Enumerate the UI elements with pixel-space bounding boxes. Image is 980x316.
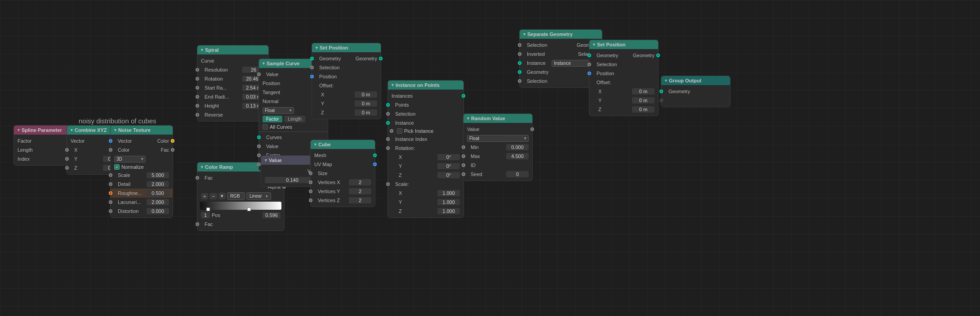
spiral-end-input[interactable] [196,95,199,99]
iop-rot-x-value[interactable]: 0° [437,154,460,160]
sample-curve-value-input[interactable] [257,72,261,76]
setpos1-z-value[interactable]: 0 m [355,109,377,116]
cube-uvmap-output[interactable] [373,163,377,166]
iop-pick-check[interactable] [397,128,402,134]
sample-curve-value2-input[interactable] [257,144,261,148]
combine-xyz-z-input[interactable] [65,166,69,170]
cube-vx-value[interactable]: 2 [349,179,371,185]
iop-rot-z-value[interactable]: 0° [437,172,460,178]
setpos2-sel-input[interactable] [588,63,591,66]
spiral-start-input[interactable] [196,86,199,90]
color-ramp-fac-input[interactable] [196,176,199,180]
sepgeo-inv-input[interactable] [518,52,521,56]
color-ramp-remove-btn[interactable]: − [209,193,217,199]
sample-curve-float-select[interactable]: Float ▾ [263,107,294,114]
cube-size-input[interactable] [309,172,312,175]
cube-vz-value[interactable]: 2 [349,197,371,203]
cube-vz-input[interactable] [309,199,312,202]
rv-seed-input[interactable] [462,172,465,176]
combine-xyz-y-input[interactable] [65,157,69,161]
sepgeo-inst-input[interactable] [518,61,521,65]
noise-texture-header[interactable]: ▾ Noise Texture [111,126,173,135]
iop-sel-input[interactable] [386,112,390,116]
noise-detail-input[interactable] [109,182,112,186]
setpos1-x-value[interactable]: 0 m [355,91,377,98]
sepgeo-sel-input[interactable] [518,43,521,47]
all-curves-check[interactable] [263,124,268,130]
setpos2-x-value[interactable]: 0 m [632,88,655,95]
iop-instances-output[interactable] [462,94,465,98]
iop-instance-input[interactable] [386,121,390,125]
sample-curve-curves-input[interactable] [257,135,261,139]
setpos2-y-value[interactable]: 0 m [632,97,655,104]
noise-detail-value[interactable]: 2.000 [147,181,169,187]
sepgeo-geo-input[interactable] [518,70,521,74]
noise-normalize-check[interactable]: ✓ [114,164,120,170]
color-ramp-mode-select[interactable]: RGB [227,192,245,200]
setpos1-pos-input[interactable] [310,75,314,78]
cube-vx-input[interactable] [309,181,312,184]
combine-xyz-x-input[interactable] [65,148,69,152]
noise-lacunarity-input[interactable] [109,200,112,204]
cube-mesh-output[interactable] [373,153,377,157]
spiral-header[interactable]: ▾ Spiral [197,45,268,54]
spiral-reverse-input[interactable] [196,113,199,117]
noise-type-select[interactable]: 3D ▾ [114,156,146,163]
spiral-rotation-input[interactable] [196,77,199,81]
color-ramp-stop1[interactable]: 1 [201,212,210,218]
random-value-header[interactable]: ▾ Random Value [463,114,532,123]
spiral-height-input[interactable] [196,104,199,108]
go-blank-input[interactable] [659,99,663,102]
color-ramp-fac2-input[interactable] [196,222,199,226]
setpos2-pos-input[interactable] [588,72,591,75]
sepgeo-selection-input[interactable] [518,79,521,83]
rv-seed-value[interactable]: 0 [506,171,529,177]
setpos2-geo-output[interactable] [656,54,660,57]
iop-scale-z-value[interactable]: 1.000 [437,208,460,214]
set-position-1-header[interactable]: ▾ Set Position [312,43,381,52]
sample-curve-index-input[interactable] [257,163,261,166]
color-ramp-interpolation-select[interactable]: Linear ▾ [246,192,271,200]
iop-scale-input[interactable] [386,182,390,186]
noise-roughness-value[interactable]: 0.500 [147,190,169,196]
setpos1-y-value[interactable]: 0 m [355,100,377,107]
tab-length[interactable]: Length [284,116,305,122]
noise-distortion-value[interactable]: 0.000 [147,208,169,214]
rv-max-input[interactable] [462,154,465,158]
color-ramp-pos-value[interactable]: 0.596 [263,212,281,218]
noise-scale-input[interactable] [109,173,112,177]
iop-rot-input[interactable] [386,146,390,150]
rv-id-input[interactable] [462,163,465,167]
setpos2-geo-input[interactable] [588,54,591,57]
iop-scale-y-value[interactable]: 1.000 [437,199,460,205]
rv-min-input[interactable] [462,145,465,149]
group-output-header[interactable]: ▾ Group Output [661,76,730,85]
noise-distortion-input[interactable] [109,209,112,213]
iop-points-input[interactable] [386,103,390,107]
iop-inst-idx-input[interactable] [386,137,390,141]
spiral-res-input[interactable] [196,68,199,72]
set-position-2-header[interactable]: ▾ Set Position [589,40,658,49]
noise-color-output[interactable] [171,139,174,143]
noise-color-input[interactable] [109,148,112,152]
rv-type-select[interactable]: Float ▾ [467,135,529,142]
go-geo-input[interactable] [659,90,663,93]
noise-fac-output[interactable] [171,148,174,152]
color-ramp-gradient[interactable] [200,202,281,210]
rv-min-value[interactable]: 0.000 [506,144,529,150]
noise-roughness-input[interactable] [109,191,112,195]
iop-rot-y-value[interactable]: 0° [437,163,460,169]
color-ramp-add-btn[interactable]: + [201,193,208,199]
iop-pick-input[interactable] [390,129,393,133]
rv-max-value[interactable]: 4.500 [506,153,529,159]
iop-scale-x-value[interactable]: 1.000 [437,190,460,196]
instance-on-points-header[interactable]: ▾ Instance on Points [388,81,463,90]
cube-vy-value[interactable]: 2 [349,188,371,194]
noise-lacunarity-value[interactable]: 2.000 [147,199,169,205]
color-ramp-arrow-btn[interactable]: ▾ [218,193,226,199]
setpos2-z-value[interactable]: 0 m [632,106,655,113]
rv-value-output[interactable] [530,127,534,131]
noise-vector-input[interactable] [109,139,112,143]
noise-scale-value[interactable]: 5.000 [147,172,169,178]
cube-header[interactable]: ▾ Cube [311,140,375,149]
